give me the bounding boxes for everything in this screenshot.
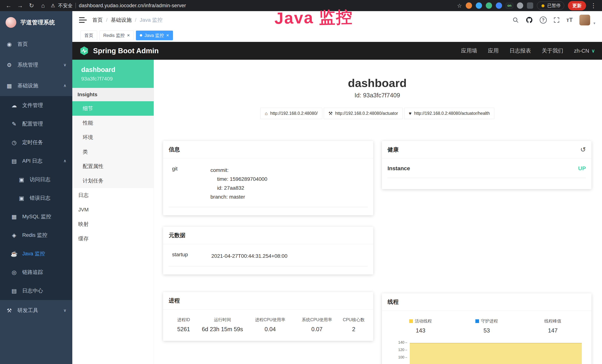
sba-menu-caches[interactable]: 缓存 (72, 231, 154, 246)
browser-menu-icon[interactable]: ⋮ (590, 2, 597, 9)
y-tick: 120 (398, 348, 407, 352)
fullscreen-icon[interactable] (553, 17, 560, 23)
url-text[interactable]: dashboard.yudao.iocoder.cn/infra/admin-s… (79, 3, 186, 9)
font-size-icon[interactable]: тT (566, 17, 573, 23)
back-icon[interactable]: ← (5, 2, 12, 9)
extension-icon-4[interactable] (517, 2, 523, 9)
sidebar-item-infrastructure[interactable]: ▦ 基础设施 ∧ (0, 75, 72, 96)
sidebar-label: 首页 (17, 41, 28, 48)
app-content: 首页 / 基础设施 / Java 监控 ? тT (72, 11, 602, 364)
sba-nav-wall[interactable]: 应用墙 (461, 47, 477, 54)
java-icon: ☕ (10, 250, 18, 257)
chrome-update-button[interactable]: 更新 (568, 1, 586, 11)
sidebar-label: MySQL 监控 (22, 213, 51, 220)
app-logo[interactable]: 芋道管理系统 (0, 11, 72, 34)
actuator-url-button[interactable]: ⚒ http://192.168.0.2:48080/actuator (324, 108, 402, 119)
extension-icon-1[interactable] (466, 2, 472, 9)
switch-on-extension-icon[interactable]: on (506, 3, 513, 9)
error-log-icon: ▣ (18, 195, 25, 201)
health-card-body: Instance UP (382, 159, 591, 189)
threads-chart: 140 120 100 (387, 340, 586, 364)
extension-icon-2[interactable] (476, 2, 482, 9)
tab-home[interactable]: 首页 (80, 31, 97, 40)
bookmark-star-icon[interactable]: ☆ (457, 2, 462, 9)
cards-area: 信息 git commit: time: 1596289704000 id: 2… (163, 141, 591, 364)
sidebar-item-redis-monitor[interactable]: ◈ Redis 监控 (0, 226, 72, 244)
sba-menu-scheduled-tasks[interactable]: 计划任务 (72, 173, 154, 188)
git-branch: branch: master (210, 193, 267, 201)
close-icon[interactable]: × (127, 32, 130, 38)
reload-icon[interactable]: ↻ (28, 2, 35, 9)
col-value: 5261 (169, 326, 199, 333)
instance-header[interactable]: dashboard 93a3fc7f7409 (72, 60, 154, 88)
sidebar-item-dev-tools[interactable]: ⚒ 研发工具 ∨ (0, 300, 72, 321)
legend-label: 线程峰值 (520, 318, 586, 324)
sidebar-item-log-center[interactable]: ▤ 日志中心 (0, 281, 72, 300)
github-icon[interactable] (526, 16, 533, 24)
clock-icon: ◷ (10, 139, 18, 146)
instance-id: 93a3fc7f7409 (81, 76, 145, 82)
sidebar-item-file-management[interactable]: ☁ 文件管理 (0, 96, 72, 115)
spring-boot-admin: Spring Boot Admin 应用墙 应用 日志报表 关于我们 zh-CN… (72, 42, 602, 364)
sidebar-item-mysql-monitor[interactable]: ▦ MySQL 监控 (0, 207, 72, 226)
cards-right-column: 健康 ↺ Instance UP (382, 141, 591, 364)
user-avatar[interactable] (579, 15, 590, 25)
sba-menu-classes[interactable]: 类 (72, 145, 154, 159)
close-icon[interactable]: × (166, 32, 169, 38)
health-card: 健康 ↺ Instance UP (382, 141, 591, 189)
breadcrumb-home[interactable]: 首页 (92, 17, 103, 23)
sidebar-item-trace[interactable]: ◎ 链路追踪 (0, 263, 72, 281)
infrastructure-icon: ▦ (6, 83, 13, 89)
vue-devtools-icon[interactable] (486, 2, 492, 9)
sba-nav-applications[interactable]: 应用 (488, 47, 499, 54)
address-bar[interactable]: ⚠ 不安全 dashboard.yudao.iocoder.cn/infra/a… (51, 2, 453, 9)
sidebar-item-scheduled-jobs[interactable]: ◷ 定时任务 (0, 133, 72, 152)
hamburger-icon[interactable] (79, 17, 87, 23)
col-value: 2 (340, 326, 368, 333)
paused-badge[interactable]: ☻ 已暂停 (537, 1, 564, 10)
service-url-button[interactable]: ⌂ http://192.168.0.2:48080/ (260, 108, 322, 119)
sidebar-item-config-management[interactable]: ✎ 配置管理 (0, 115, 72, 133)
sidebar-item-api-logs[interactable]: ▤ API 日志 ∧ (0, 152, 72, 170)
tab-java-monitor[interactable]: Java 监控 × (136, 31, 173, 40)
breadcrumb-infrastructure[interactable]: 基础设施 (111, 17, 132, 23)
edit-icon: ✎ (10, 121, 18, 127)
sba-menu-jvm[interactable]: JVM (72, 203, 154, 217)
history-icon[interactable]: ↺ (580, 146, 586, 153)
sba-menu-config-props[interactable]: 配置属性 (72, 159, 154, 173)
sba-menu-details[interactable]: 细节 (72, 101, 154, 116)
security-label[interactable]: 不安全 (58, 2, 73, 9)
help-icon[interactable]: ? (540, 17, 547, 23)
search-icon[interactable] (512, 17, 519, 23)
process-card: 进程 进程ID 5261 运行时间 (163, 292, 373, 341)
tab-redis-monitor[interactable]: Redis 监控 × (99, 31, 134, 40)
sidebar-item-access-logs[interactable]: ▣ 访问日志 (0, 170, 72, 189)
col-header: 系统CPU使用率 (294, 317, 340, 323)
sidebar-item-error-logs[interactable]: ▣ 错误日志 (0, 189, 72, 207)
sba-menu-environment[interactable]: 环境 (72, 130, 154, 145)
sba-nav-journal[interactable]: 日志报表 (509, 47, 531, 54)
chevron-up-icon: ∧ (64, 83, 66, 88)
sidebar-label: API 日志 (22, 157, 43, 164)
git-value: commit: time: 1596289704000 id: 27aa832 … (210, 166, 267, 201)
puzzle-extensions-icon[interactable] (527, 2, 533, 9)
avatar-caret-icon[interactable]: ▾ (593, 21, 595, 25)
sidebar-label: 配置管理 (22, 120, 43, 127)
breadcrumb-separator: / (106, 17, 108, 23)
sba-menu-performance[interactable]: 性能 (72, 116, 154, 130)
col-header: 进程ID (169, 317, 199, 323)
legend-label: 守护进程 (481, 318, 498, 324)
health-url-button[interactable]: ♥ http://192.168.0.2:48080/actuator/heal… (404, 108, 494, 119)
sidebar-item-system-management[interactable]: ⚙ 系统管理 ∨ (0, 54, 72, 75)
extension-icon-3[interactable] (496, 2, 502, 9)
sba-brand[interactable]: Spring Boot Admin (79, 46, 159, 56)
col-header: 进程CPU使用率 (246, 317, 294, 323)
browser-home-icon[interactable]: ⌂ (39, 2, 47, 9)
forward-icon[interactable]: → (16, 2, 24, 9)
sba-menu-mappings[interactable]: 映射 (72, 217, 154, 231)
sidebar-item-home[interactable]: ◉ 首页 (0, 34, 72, 54)
sba-locale-select[interactable]: zh-CN ∨ (574, 48, 595, 54)
sba-nav-about[interactable]: 关于我们 (542, 47, 563, 54)
sba-menu-logfile[interactable]: 日志 (72, 188, 154, 203)
sidebar-item-java-monitor[interactable]: ☕ Java 监控 (0, 244, 72, 263)
